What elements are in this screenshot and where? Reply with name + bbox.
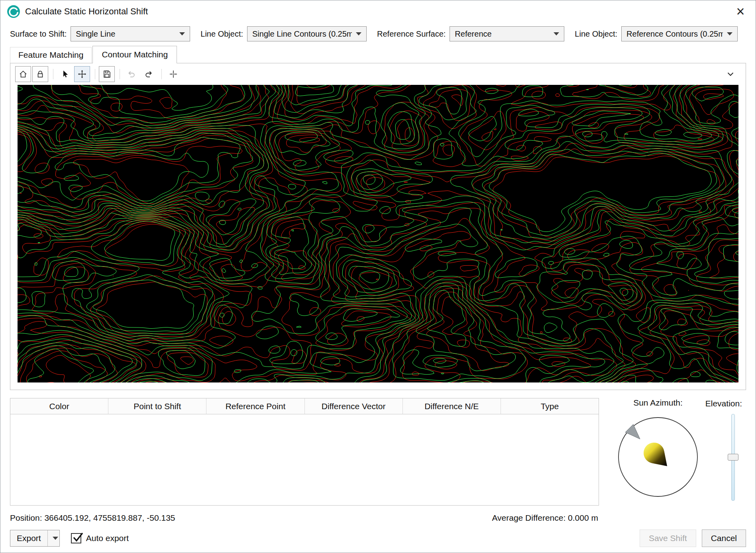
- apply-shift-button[interactable]: [165, 66, 181, 82]
- auto-export-label: Auto export: [86, 533, 129, 543]
- reference-surface-value: Reference: [455, 29, 550, 39]
- lock-icon: [35, 69, 45, 79]
- surface-controls-row: Surface to Shift: Single Line Line Objec…: [0, 23, 756, 45]
- chevron-down-icon: [725, 69, 736, 79]
- chevron-down-icon: [179, 32, 185, 35]
- chevron-down-icon: [53, 537, 58, 540]
- titlebar: Calculate Static Horizontal Shift ×: [0, 0, 756, 23]
- home-view-button[interactable]: [15, 66, 31, 82]
- chevron-down-icon: [554, 32, 559, 35]
- tab-feature-matching[interactable]: Feature Matching: [10, 47, 92, 63]
- home-icon: [18, 69, 28, 79]
- elevation-slider-thumb[interactable]: [728, 454, 738, 461]
- auto-export-checkbox[interactable]: [71, 533, 81, 543]
- dialog-calculate-static-horizontal-shift: Calculate Static Horizontal Shift × Surf…: [0, 0, 756, 553]
- undo-button[interactable]: [124, 66, 139, 82]
- export-button[interactable]: Export: [10, 530, 60, 547]
- export-dropdown-arrow[interactable]: [47, 530, 59, 546]
- line-object-reference-select[interactable]: Reference Contours (0.25m): [621, 26, 738, 41]
- reference-surface-select[interactable]: Reference: [450, 26, 564, 41]
- column-header-point-to-shift: Point to Shift: [108, 398, 206, 414]
- contour-viewer-canvas[interactable]: [18, 85, 738, 382]
- table-body-empty: [10, 414, 599, 505]
- toolbar-separator: [95, 69, 95, 79]
- line-object-shift-value: Single Line Contours (0.25m): [252, 29, 352, 39]
- tab-contour-matching[interactable]: Contour Matching: [92, 46, 177, 63]
- surface-to-shift-label: Surface to Shift:: [10, 29, 67, 39]
- results-section: Color Point to Shift Reference Point Dif…: [10, 398, 746, 506]
- surface-to-shift-value: Single Line: [76, 29, 175, 39]
- column-header-type: Type: [501, 398, 599, 414]
- save-view-button[interactable]: [99, 66, 115, 82]
- pan-icon: [77, 69, 87, 79]
- contour-matching-panel: [10, 63, 746, 390]
- apply-shift-icon: [169, 69, 178, 79]
- line-object-reference-label: Line Object:: [575, 29, 617, 39]
- column-header-color: Color: [10, 398, 108, 414]
- toolbar-separator: [161, 69, 162, 79]
- chevron-down-icon: [727, 32, 732, 35]
- redo-button[interactable]: [141, 66, 157, 82]
- sun-azimuth-dial[interactable]: [612, 411, 704, 505]
- average-difference-readout: Average Difference: 0.000 m: [492, 513, 598, 523]
- position-readout: Position: 366405.192, 4755819.887, -50.1…: [10, 513, 175, 523]
- line-object-shift-select[interactable]: Single Line Contours (0.25m): [247, 26, 367, 41]
- lock-view-button[interactable]: [32, 66, 48, 82]
- table-header-row: Color Point to Shift Reference Point Dif…: [10, 398, 599, 414]
- line-object-shift-label: Line Object:: [200, 29, 243, 39]
- viewer-toolbar: [10, 63, 746, 85]
- sun-azimuth-label: Sun Azimuth:: [612, 398, 704, 408]
- chevron-down-icon: [356, 32, 361, 35]
- select-tool-button[interactable]: [57, 66, 73, 82]
- elevation-label: Elevation:: [705, 399, 742, 408]
- undo-icon: [127, 69, 136, 79]
- footer: Export Auto export Save Shift Cancel: [10, 529, 746, 548]
- toolbar-separator: [53, 69, 53, 79]
- window-title: Calculate Static Horizontal Shift: [25, 6, 148, 17]
- surface-to-shift-select[interactable]: Single Line: [71, 26, 190, 41]
- close-button[interactable]: ×: [732, 3, 749, 20]
- line-object-reference-value: Reference Contours (0.25m): [626, 29, 723, 39]
- column-header-difference-vector: Difference Vector: [305, 398, 403, 414]
- column-header-reference-point: Reference Point: [206, 398, 304, 414]
- sun-controls: Sun Azimuth: Elevatio: [599, 398, 746, 506]
- app-icon: [7, 5, 20, 18]
- tab-strip: Feature Matching Contour Matching: [0, 45, 756, 63]
- pan-tool-button[interactable]: [74, 66, 90, 82]
- save-shift-button[interactable]: Save Shift: [640, 529, 696, 547]
- reference-surface-label: Reference Surface:: [377, 29, 446, 39]
- shift-points-table: Color Point to Shift Reference Point Dif…: [10, 398, 599, 506]
- auto-export-checkbox-wrap: Auto export: [71, 533, 129, 543]
- checkmark-icon: [72, 531, 84, 543]
- column-header-difference-ne: Difference N/E: [403, 398, 501, 414]
- collapse-panel-button[interactable]: [723, 66, 738, 82]
- toolbar-separator: [120, 69, 120, 79]
- select-cursor-icon: [60, 69, 70, 79]
- status-row: Position: 366405.192, 4755819.887, -50.1…: [10, 512, 746, 524]
- redo-icon: [144, 69, 153, 79]
- save-icon: [102, 69, 112, 79]
- export-button-label: Export: [10, 530, 47, 546]
- cancel-button[interactable]: Cancel: [702, 529, 746, 547]
